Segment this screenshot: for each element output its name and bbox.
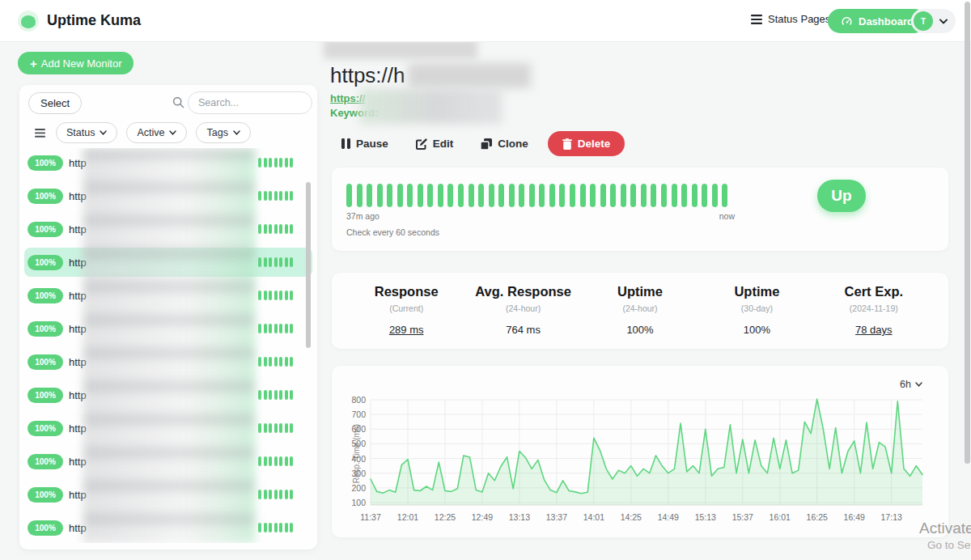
- monitor-name: http: [69, 323, 87, 335]
- filter-pill-active[interactable]: Active: [126, 122, 187, 143]
- heartbeat-tick: [274, 191, 278, 201]
- filter-pill-tags[interactable]: Tags: [196, 122, 250, 143]
- delete-label: Delete: [578, 138, 611, 150]
- heartbeat-tick: [285, 324, 288, 333]
- heartbeat-tick: [269, 224, 272, 234]
- monitor-name: http: [69, 422, 87, 435]
- heartbeat-tick: [264, 456, 267, 466]
- monitor-row[interactable]: 100%http: [24, 447, 312, 476]
- heartbeat-tick: [258, 490, 261, 499]
- monitor-row[interactable]: 100%http: [24, 148, 312, 177]
- heartbeat-bar: [346, 184, 352, 207]
- mini-heartbeat-bars: [258, 490, 293, 499]
- heartbeat-bar: [367, 184, 372, 207]
- dashboard-label: Dashboard: [859, 15, 914, 28]
- monitor-row-selected[interactable]: 100%http: [24, 248, 312, 277]
- monitor-row[interactable]: 100%http: [24, 214, 312, 244]
- monitor-row[interactable]: 100%http: [24, 414, 312, 443]
- heartbeat-bar: [427, 184, 433, 207]
- y-axis-tick: 300: [337, 469, 366, 478]
- y-axis-tick: 200: [337, 483, 366, 493]
- heartbeat-tick: [274, 291, 278, 300]
- y-axis-tick: 100: [337, 498, 366, 507]
- heartbeat-tick: [258, 224, 261, 234]
- status-badge: Up: [817, 180, 866, 212]
- uptime-badge: 100%: [28, 487, 63, 503]
- nav-status-pages[interactable]: Status Pages: [751, 13, 830, 25]
- heartbeat-tick: [258, 423, 261, 433]
- delete-button[interactable]: Delete: [548, 131, 625, 156]
- heartbeat-tick: [258, 291, 261, 300]
- stat-period: (24-hour): [582, 303, 698, 313]
- filter-row: StatusActiveTags: [33, 122, 251, 143]
- heartbeat-tick: [274, 158, 278, 168]
- heartbeat-tick: [274, 490, 278, 499]
- uptime-badge: 100%: [28, 255, 63, 270]
- edit-button[interactable]: Edit: [408, 132, 462, 156]
- heartbeat-bar: [469, 184, 474, 207]
- stat-response: Response(Current)289 ms: [348, 284, 464, 336]
- monitor-row[interactable]: 100%http: [24, 347, 312, 376]
- heartbeat-bar: [387, 184, 392, 207]
- user-menu[interactable]: T: [911, 9, 956, 33]
- uptime-badge: 100%: [28, 454, 63, 469]
- monitor-name: http: [69, 290, 87, 302]
- mini-heartbeat-bars: [258, 324, 293, 333]
- mini-heartbeat-bars: [258, 423, 293, 433]
- heartbeat-tick: [269, 324, 272, 333]
- chart-range-select[interactable]: 6h: [900, 379, 922, 390]
- filter-label: Active: [137, 127, 164, 138]
- heartbeat-tick: [274, 324, 278, 333]
- heartbeat-tick: [279, 390, 282, 400]
- search-input[interactable]: [188, 91, 312, 114]
- clone-button[interactable]: Clone: [473, 132, 536, 156]
- x-axis-tick: 11:37: [354, 512, 387, 522]
- stat-period: (24-hour): [464, 303, 581, 313]
- monitor-row[interactable]: 100%http: [24, 480, 312, 509]
- select-button[interactable]: Select: [28, 92, 82, 114]
- heartbeat-tick: [264, 324, 267, 333]
- activate-watermark-line2: Go to Setti: [927, 539, 971, 551]
- heartbeat-bar: [447, 184, 453, 207]
- uptime-badge: 100%: [28, 321, 63, 337]
- monitor-row[interactable]: 100%http: [24, 314, 312, 343]
- clone-label: Clone: [498, 138, 528, 150]
- filter-list-icon[interactable]: [33, 127, 47, 139]
- monitor-row[interactable]: 100%http: [24, 281, 312, 310]
- heartbeat-bar: [600, 184, 606, 207]
- heartbeat-tick: [279, 257, 282, 267]
- stat-period: (2024-11-19): [816, 303, 932, 313]
- heartbeat-tick: [285, 357, 288, 367]
- heartbeat-tick: [285, 456, 288, 466]
- heartbeat-tick: [274, 357, 278, 367]
- heartbeat-bar: [418, 184, 423, 207]
- uptime-badge: 100%: [28, 288, 63, 303]
- uptime-badge: 100%: [28, 222, 63, 237]
- heartbeat-tick: [274, 423, 278, 433]
- response-time-chart: [371, 397, 922, 509]
- monitor-list-scrollbar[interactable]: [306, 182, 311, 348]
- heartbeat-tick: [269, 291, 272, 300]
- heartbeat-bar: [661, 184, 667, 207]
- heartbeat-end-label: now: [702, 211, 735, 221]
- heartbeat-tick: [285, 490, 288, 499]
- monitor-row[interactable]: 100%http: [24, 181, 312, 210]
- heartbeat-tick: [258, 456, 261, 466]
- edit-icon: [416, 138, 427, 150]
- heartbeat-tick: [264, 357, 267, 367]
- monitor-row[interactable]: 100%http: [24, 380, 312, 409]
- mini-heartbeat-bars: [258, 357, 293, 367]
- page-scrollbar[interactable]: [965, 2, 970, 464]
- redacted-title-rest: [408, 63, 531, 88]
- add-new-monitor-button[interactable]: + Add New Monitor: [18, 52, 134, 74]
- heartbeat-bar: [407, 184, 413, 207]
- y-axis-tick: 400: [337, 454, 366, 464]
- filter-pill-status[interactable]: Status: [56, 122, 117, 143]
- hamburger-icon: [751, 15, 762, 24]
- clone-icon: [481, 138, 492, 150]
- heartbeat-bar: [641, 184, 647, 207]
- monitor-row[interactable]: 100%http: [24, 513, 312, 542]
- x-axis-tick: 14:49: [652, 512, 685, 522]
- pause-button[interactable]: Pause: [333, 132, 396, 156]
- heartbeat-tick: [269, 423, 272, 433]
